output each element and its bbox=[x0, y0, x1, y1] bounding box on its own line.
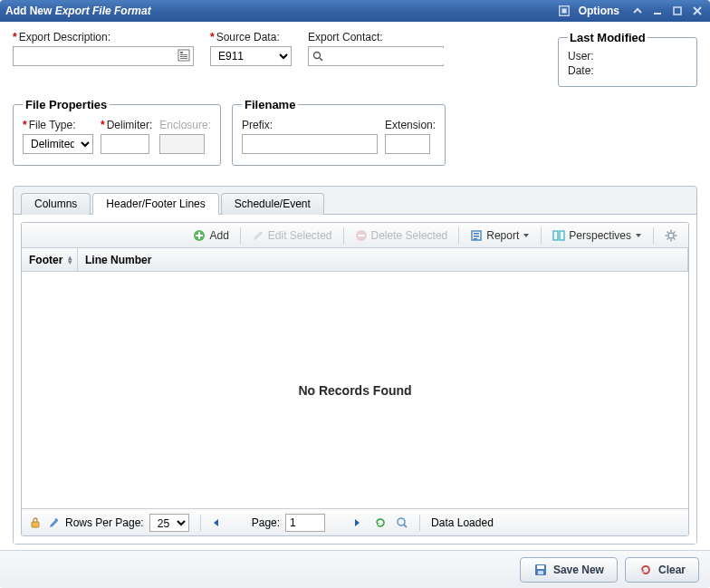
no-records-message: No Records Found bbox=[298, 383, 411, 398]
next-page-button[interactable] bbox=[352, 518, 365, 527]
file-type-group: *File Type: Delimited bbox=[23, 119, 93, 154]
file-type-select[interactable]: Delimited bbox=[23, 134, 93, 154]
report-icon bbox=[470, 229, 483, 242]
delete-icon bbox=[355, 229, 368, 242]
perspectives-icon bbox=[552, 229, 565, 242]
rows-per-page-select[interactable]: 25 bbox=[149, 514, 189, 532]
tab-header-footer[interactable]: Header/Footer Lines bbox=[92, 193, 218, 215]
col-line-number[interactable]: Line Number bbox=[78, 248, 688, 271]
minimize-icon[interactable] bbox=[650, 4, 665, 18]
tabs-container: Columns Header/Footer Lines Schedule/Eve… bbox=[13, 186, 697, 545]
toolbar-separator bbox=[541, 227, 542, 244]
options-icon[interactable] bbox=[557, 4, 571, 18]
options-label[interactable]: Options bbox=[579, 5, 619, 17]
footer-separator bbox=[419, 515, 420, 531]
collapse-icon[interactable] bbox=[630, 4, 645, 18]
required-mark: * bbox=[13, 31, 17, 43]
last-modified-box: Last Modified User: Date: bbox=[558, 31, 697, 87]
sort-icon: ▲▼ bbox=[66, 255, 73, 265]
export-description-input[interactable] bbox=[13, 46, 194, 66]
source-data-group: *Source Data: E911 bbox=[210, 31, 292, 66]
svg-line-31 bbox=[404, 525, 407, 527]
clear-button[interactable]: Clear bbox=[625, 557, 699, 583]
close-icon[interactable] bbox=[690, 4, 705, 18]
add-button[interactable]: Add bbox=[187, 227, 234, 244]
svg-rect-6 bbox=[180, 54, 187, 55]
page-label: Page: bbox=[252, 516, 280, 529]
export-contact-group: Export Contact: bbox=[308, 31, 444, 66]
maximize-icon[interactable] bbox=[670, 4, 685, 18]
report-button[interactable]: Report bbox=[465, 227, 535, 244]
svg-rect-34 bbox=[538, 571, 543, 574]
rows-per-page-label: Rows Per Page: bbox=[65, 516, 144, 529]
save-new-button[interactable]: Save New bbox=[520, 557, 618, 583]
wrench-icon[interactable] bbox=[47, 516, 60, 529]
file-properties-legend: File Properties bbox=[23, 98, 110, 111]
extension-group: Extension: bbox=[385, 119, 436, 154]
title-suffix: Export File Format bbox=[55, 5, 151, 17]
refresh-button[interactable] bbox=[374, 516, 387, 529]
zoom-button[interactable] bbox=[396, 516, 408, 529]
perspectives-button[interactable]: Perspectives bbox=[547, 227, 648, 244]
grid-toolbar: Add Edit Selected bbox=[22, 223, 688, 248]
top-fields-row: *Export Description: *Source Data: E911 bbox=[13, 31, 697, 87]
prefix-group: Prefix: bbox=[242, 119, 378, 154]
delimiter-group: *Delimiter: bbox=[101, 119, 152, 154]
source-data-select[interactable]: E911 bbox=[210, 46, 292, 66]
toolbar-separator bbox=[653, 227, 654, 244]
window-title: Add New Export File Format bbox=[5, 5, 557, 17]
delete-selected-button: Delete Selected bbox=[350, 227, 454, 244]
tabs-bar: Columns Header/Footer Lines Schedule/Eve… bbox=[14, 192, 696, 215]
extension-input[interactable] bbox=[385, 134, 430, 154]
add-icon bbox=[193, 229, 206, 242]
toolbar-separator bbox=[240, 227, 241, 244]
tab-content: Add Edit Selected bbox=[14, 215, 696, 544]
svg-rect-7 bbox=[180, 56, 187, 57]
filename-legend: Filename bbox=[242, 98, 298, 111]
status-text: Data Loaded bbox=[431, 516, 494, 529]
page-input[interactable] bbox=[285, 514, 325, 532]
search-icon[interactable] bbox=[312, 51, 323, 62]
required-mark: * bbox=[210, 31, 215, 43]
enclosure-input bbox=[159, 134, 205, 154]
last-modified-date: Date: bbox=[568, 64, 687, 77]
enclosure-group: Enclosure: bbox=[159, 119, 211, 154]
svg-rect-17 bbox=[474, 238, 477, 240]
chevron-down-icon bbox=[635, 232, 642, 239]
footer-separator bbox=[200, 515, 201, 531]
tab-schedule-event[interactable]: Schedule/Event bbox=[221, 193, 324, 215]
source-data-label: *Source Data: bbox=[210, 31, 292, 43]
grid-footer: Rows Per Page: 25 Page: bbox=[22, 508, 688, 535]
grid: Add Edit Selected bbox=[21, 222, 689, 536]
lock-icon[interactable] bbox=[29, 516, 42, 529]
prev-page-button[interactable] bbox=[212, 518, 225, 527]
svg-rect-18 bbox=[553, 231, 558, 240]
svg-line-28 bbox=[667, 237, 669, 239]
lookup-icon[interactable] bbox=[178, 49, 190, 62]
window: Add New Export File Format Options bbox=[0, 0, 710, 588]
prefix-input[interactable] bbox=[242, 134, 378, 154]
col-footer[interactable]: Footer ▲▼ bbox=[22, 248, 78, 271]
delimiter-input[interactable] bbox=[101, 134, 149, 154]
clear-icon bbox=[638, 563, 653, 577]
svg-point-30 bbox=[398, 518, 405, 525]
gear-button[interactable] bbox=[659, 227, 683, 244]
edit-selected-button: Edit Selected bbox=[246, 227, 338, 244]
svg-rect-5 bbox=[180, 52, 183, 53]
file-properties-fieldset: File Properties *File Type: Delimited *D… bbox=[13, 98, 221, 166]
toolbar-separator bbox=[343, 227, 344, 244]
svg-line-27 bbox=[674, 231, 676, 233]
svg-rect-1 bbox=[561, 8, 566, 13]
export-contact-label: Export Contact: bbox=[308, 31, 444, 43]
titlebar-controls: Options bbox=[557, 4, 705, 18]
tab-columns[interactable]: Columns bbox=[21, 193, 91, 215]
svg-rect-2 bbox=[654, 13, 661, 14]
form-body: *Export Description: *Source Data: E911 bbox=[0, 22, 710, 550]
chevron-down-icon bbox=[523, 232, 530, 239]
grid-header: Footer ▲▼ Line Number bbox=[22, 248, 688, 272]
export-contact-input[interactable] bbox=[323, 48, 459, 64]
save-icon bbox=[533, 563, 548, 577]
svg-point-9 bbox=[314, 53, 321, 59]
svg-rect-13 bbox=[358, 235, 364, 236]
svg-line-10 bbox=[320, 58, 322, 61]
